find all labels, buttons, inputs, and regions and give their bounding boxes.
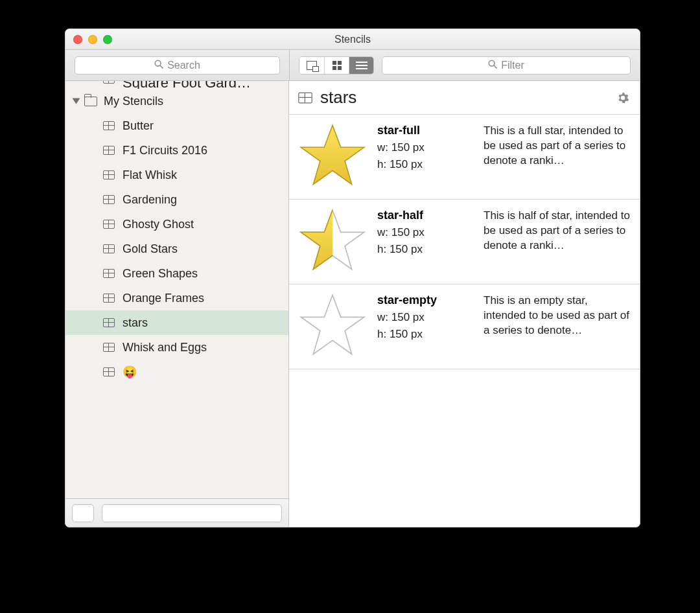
sidebar-item-label: F1 Circuits 2016 bbox=[122, 144, 207, 157]
search-icon bbox=[488, 60, 497, 71]
grid-icon bbox=[332, 61, 342, 70]
minimize-window-button[interactable] bbox=[88, 35, 97, 44]
search-icon bbox=[154, 60, 163, 71]
sidebar-item[interactable]: Butter bbox=[65, 113, 288, 138]
filter-placeholder: Filter bbox=[501, 60, 524, 71]
stencil-width: w: 150 px bbox=[377, 141, 473, 154]
stencil-icon bbox=[103, 269, 115, 278]
stencil-name: star-full bbox=[377, 124, 473, 137]
stencil-row[interactable]: star-emptyw: 150 pxh: 150 pxThis is an e… bbox=[289, 284, 640, 369]
stencil-icon bbox=[103, 81, 115, 84]
list-icon bbox=[356, 61, 368, 70]
sidebar-item-label: Gold Stars bbox=[122, 242, 178, 256]
sidebar-item[interactable]: Gardening bbox=[65, 187, 288, 212]
stencil-row[interactable]: star-halfw: 150 pxh: 150 pxThis is half … bbox=[289, 200, 640, 284]
sidebar-item[interactable]: stars bbox=[65, 310, 288, 335]
sidebar-item[interactable]: Green Shapes bbox=[65, 261, 288, 286]
stencil-meta: star-emptyw: 150 pxh: 150 px bbox=[377, 291, 473, 360]
sidebar-item-label: Ghosty Ghost bbox=[122, 218, 194, 231]
sidebar-item[interactable]: Gold Stars bbox=[65, 237, 288, 261]
stencil-description: This is a full star, intended to be used… bbox=[484, 121, 631, 182]
stencil-name: star-empty bbox=[377, 294, 473, 307]
body: Square Foot Gard… My Stencils ButterF1 C… bbox=[65, 81, 640, 527]
folder-icon bbox=[84, 97, 97, 106]
stencil-icon bbox=[103, 195, 115, 204]
stencil-icon bbox=[103, 244, 115, 253]
sidebar-item-label: Orange Frames bbox=[122, 292, 204, 305]
sidebar-item-label: 😝 bbox=[122, 365, 137, 379]
stencil-icon bbox=[103, 220, 115, 229]
sidebar-item-label: stars bbox=[122, 316, 148, 330]
view-mode-segment[interactable] bbox=[299, 56, 374, 75]
stencil-height: h: 150 px bbox=[377, 328, 473, 341]
toolbar: Search Filter bbox=[65, 50, 640, 81]
gear-icon[interactable] bbox=[616, 91, 629, 104]
stencil-width: w: 150 px bbox=[377, 311, 473, 324]
window-controls[interactable] bbox=[65, 35, 112, 44]
disclosure-triangle-icon[interactable] bbox=[73, 98, 80, 104]
filter-input[interactable]: Filter bbox=[382, 56, 631, 75]
stencil-icon bbox=[103, 343, 115, 352]
search-placeholder: Search bbox=[167, 60, 200, 71]
sidebar-item-label: Whisk and Eggs bbox=[122, 341, 207, 354]
stencil-thumbnail bbox=[298, 121, 367, 190]
view-grid-button[interactable] bbox=[324, 57, 349, 74]
window-title: Stencils bbox=[65, 34, 640, 45]
svg-line-1 bbox=[160, 65, 163, 68]
stencil-thumbnail bbox=[298, 291, 367, 360]
sidebar-item[interactable]: Flat Whisk bbox=[65, 163, 288, 187]
stencil-icon bbox=[103, 318, 115, 327]
sidebar-item[interactable]: Ghosty Ghost bbox=[65, 212, 288, 237]
stencil-icon bbox=[103, 121, 115, 130]
footer-button[interactable] bbox=[72, 504, 94, 522]
sidebar-item-label: Butter bbox=[122, 119, 154, 133]
detail-pane: stars star-fullw: 150 pxh: 150 pxThis is… bbox=[289, 81, 640, 527]
stencil-height: h: 150 px bbox=[377, 243, 473, 256]
stencil-description: This is an empty star, intended to be us… bbox=[484, 291, 631, 352]
stencil-meta: star-fullw: 150 pxh: 150 px bbox=[377, 121, 473, 190]
titlebar: Stencils bbox=[65, 29, 640, 50]
sidebar-item[interactable]: F1 Circuits 2016 bbox=[65, 138, 288, 163]
sidebar-item-label: Square Foot Gard… bbox=[122, 81, 251, 89]
stencil-width: w: 150 px bbox=[377, 226, 473, 239]
sidebar-item-label: Flat Whisk bbox=[122, 168, 177, 182]
stencil-name: star-half bbox=[377, 209, 473, 222]
sidebar-item-partial[interactable]: Square Foot Gard… bbox=[65, 81, 288, 89]
sidebar: Square Foot Gard… My Stencils ButterF1 C… bbox=[65, 81, 289, 527]
close-window-button[interactable] bbox=[73, 35, 82, 44]
stencil-icon bbox=[298, 92, 312, 103]
stencil-icon bbox=[103, 146, 115, 155]
view-list-button[interactable] bbox=[349, 57, 373, 74]
detail-header: stars bbox=[289, 81, 640, 115]
sidebar-group-label: My Stencils bbox=[104, 95, 163, 108]
tiles-icon bbox=[307, 61, 317, 70]
zoom-window-button[interactable] bbox=[103, 35, 112, 44]
sidebar-item[interactable]: 😝 bbox=[65, 360, 288, 384]
footer-field[interactable] bbox=[102, 504, 282, 522]
sidebar-item[interactable]: Whisk and Eggs bbox=[65, 335, 288, 360]
svg-line-3 bbox=[494, 65, 496, 68]
stencil-icon bbox=[103, 170, 115, 179]
stencil-row[interactable]: star-fullw: 150 pxh: 150 pxThis is a ful… bbox=[289, 115, 640, 200]
detail-title: stars bbox=[320, 87, 616, 108]
sidebar-item-label: Green Shapes bbox=[122, 267, 198, 281]
sidebar-footer bbox=[65, 498, 288, 527]
sidebar-group-my-stencils[interactable]: My Stencils bbox=[65, 89, 288, 113]
stencils-window: Stencils Search Filter bbox=[65, 29, 640, 527]
stencil-icon bbox=[103, 294, 115, 303]
sidebar-item-label: Gardening bbox=[122, 193, 177, 207]
stencil-thumbnail bbox=[298, 206, 367, 275]
sidebar-item[interactable]: Orange Frames bbox=[65, 286, 288, 310]
search-input[interactable]: Search bbox=[75, 56, 280, 75]
stencil-description: This is half of star, intended to be use… bbox=[484, 206, 631, 267]
sidebar-tree[interactable]: Square Foot Gard… My Stencils ButterF1 C… bbox=[65, 81, 288, 498]
view-tiles-button[interactable] bbox=[299, 57, 324, 74]
detail-items: star-fullw: 150 pxh: 150 pxThis is a ful… bbox=[289, 115, 640, 369]
stencil-height: h: 150 px bbox=[377, 158, 473, 171]
stencil-icon bbox=[103, 367, 115, 376]
stencil-meta: star-halfw: 150 pxh: 150 px bbox=[377, 206, 473, 275]
